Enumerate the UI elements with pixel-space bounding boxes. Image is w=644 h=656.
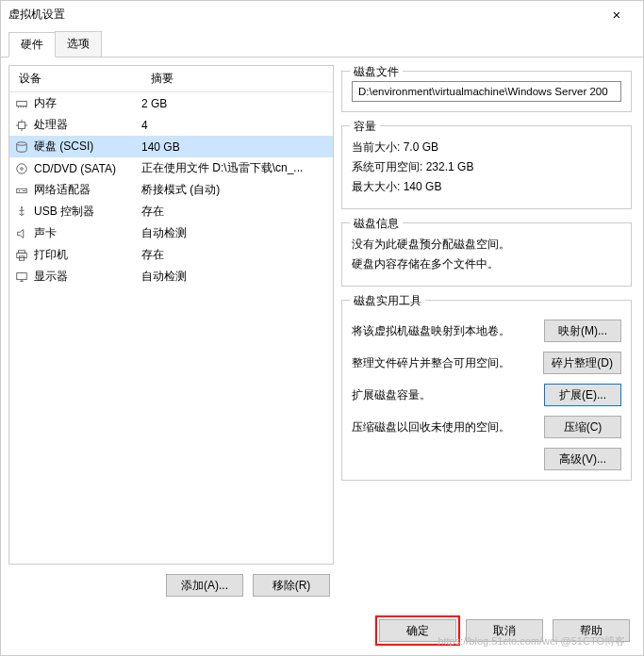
svg-rect-20 (17, 273, 27, 280)
device-row-6[interactable]: 声卡自动检测 (9, 222, 333, 244)
footer: 确定 取消 帮助 (1, 610, 643, 655)
device-row-4[interactable]: 网络适配器桥接模式 (自动) (9, 179, 333, 201)
disk-info-line2: 硬盘内容存储在多个文件中。 (352, 256, 621, 272)
device-summary: 4 (141, 119, 333, 132)
group-title-tools: 磁盘实用工具 (350, 293, 425, 309)
window-title: 虚拟机设置 (8, 7, 598, 23)
cpu-icon (9, 118, 34, 132)
settings-window: 虚拟机设置 × 硬件 选项 设备 摘要 内存2 GB处理器4硬盘 (SCSI)1… (0, 0, 644, 656)
device-summary: 自动检测 (141, 225, 333, 241)
device-name: 内存 (34, 95, 141, 111)
device-name: CD/DVD (SATA) (34, 162, 141, 175)
device-rows: 内存2 GB处理器4硬盘 (SCSI)140 GBCD/DVD (SATA)正在… (9, 92, 333, 287)
group-capacity: 容量 当前大小: 7.0 GB 系统可用空间: 232.1 GB 最大大小: 1… (341, 125, 632, 209)
device-row-7[interactable]: 打印机存在 (9, 244, 333, 266)
device-row-2[interactable]: 硬盘 (SCSI)140 GB (9, 136, 333, 157)
col-summary: 摘要 (141, 66, 333, 91)
device-summary: 自动检测 (141, 269, 333, 285)
tool-expand: 扩展磁盘容量。 扩展(E)... (352, 384, 621, 406)
compact-button[interactable]: 压缩(C) (544, 416, 621, 438)
svg-point-10 (17, 142, 27, 146)
device-name: 显示器 (34, 269, 141, 285)
titlebar: 虚拟机设置 × (1, 1, 643, 27)
tab-hardware[interactable]: 硬件 (8, 32, 56, 57)
group-disk-file: 磁盘文件 D:\environment\virtualmachine\Windo… (341, 71, 632, 112)
tool-map: 将该虚拟机磁盘映射到本地卷。 映射(M)... (352, 320, 621, 342)
usb-icon (9, 205, 34, 219)
display-icon (9, 270, 34, 284)
device-summary: 存在 (141, 247, 333, 263)
col-device: 设备 (9, 66, 141, 91)
printer-icon (9, 248, 34, 262)
device-summary: 140 GB (141, 140, 333, 154)
device-list-header: 设备 摘要 (9, 66, 333, 92)
svg-point-16 (21, 206, 23, 208)
cancel-button[interactable]: 取消 (466, 619, 543, 642)
device-name: 硬盘 (SCSI) (34, 139, 141, 155)
device-summary: 存在 (141, 204, 333, 220)
close-icon[interactable]: × (598, 7, 636, 23)
device-row-5[interactable]: USB 控制器存在 (9, 201, 333, 222)
content-area: 设备 摘要 内存2 GB处理器4硬盘 (SCSI)140 GBCD/DVD (S… (1, 57, 643, 610)
device-summary: 桥接模式 (自动) (141, 182, 333, 198)
remove-button[interactable]: 移除(R) (253, 574, 330, 597)
ok-button[interactable]: 确定 (379, 619, 456, 642)
svg-rect-5 (19, 122, 25, 128)
help-button[interactable]: 帮助 (553, 619, 630, 642)
svg-point-14 (19, 190, 20, 191)
capacity-current: 当前大小: 7.0 GB (352, 139, 621, 156)
tab-options[interactable]: 选项 (55, 31, 102, 57)
tool-defrag: 整理文件碎片并整合可用空间。 碎片整理(D) (352, 352, 621, 374)
defrag-button[interactable]: 碎片整理(D) (543, 352, 621, 374)
map-button[interactable]: 映射(M)... (544, 320, 621, 342)
group-title-disk-file: 磁盘文件 (350, 65, 403, 80)
device-row-3[interactable]: CD/DVD (SATA)正在使用文件 D:\迅雷下载\cn_... (9, 157, 333, 179)
device-row-0[interactable]: 内存2 GB (9, 92, 333, 114)
group-title-capacity: 容量 (350, 119, 380, 135)
svg-rect-18 (17, 253, 27, 257)
disk-icon (9, 139, 34, 154)
left-buttons: 添加(A)... 移除(R) (8, 565, 334, 602)
memory-icon (9, 96, 34, 110)
right-panel: 磁盘文件 D:\environment\virtualmachine\Windo… (341, 65, 636, 602)
disk-file-path[interactable]: D:\environment\virtualmachine\Windows Se… (352, 81, 621, 102)
device-name: 打印机 (34, 247, 141, 263)
tool-advanced-row: 高级(V)... (352, 448, 621, 470)
device-summary: 2 GB (141, 97, 333, 110)
device-summary: 正在使用文件 D:\迅雷下载\cn_... (141, 160, 333, 176)
tool-compact: 压缩磁盘以回收未使用的空间。 压缩(C) (352, 416, 621, 438)
device-row-8[interactable]: 显示器自动检测 (9, 266, 333, 287)
expand-button[interactable]: 扩展(E)... (544, 384, 621, 406)
add-button[interactable]: 添加(A)... (166, 574, 243, 597)
group-tools: 磁盘实用工具 将该虚拟机磁盘映射到本地卷。 映射(M)... 整理文件碎片并整合… (341, 300, 632, 481)
cd-icon (9, 161, 34, 175)
svg-point-12 (21, 168, 24, 171)
group-disk-info: 磁盘信息 没有为此硬盘预分配磁盘空间。 硬盘内容存储在多个文件中。 (341, 222, 632, 287)
capacity-max: 最大大小: 140 GB (352, 179, 621, 195)
device-name: USB 控制器 (34, 204, 141, 220)
svg-point-11 (17, 164, 27, 174)
network-icon (9, 183, 34, 197)
device-name: 处理器 (34, 117, 141, 133)
device-row-1[interactable]: 处理器4 (9, 114, 333, 136)
device-name: 声卡 (34, 225, 141, 241)
disk-info-line1: 没有为此硬盘预分配磁盘空间。 (352, 237, 621, 253)
svg-rect-0 (17, 101, 27, 106)
device-list: 设备 摘要 内存2 GB处理器4硬盘 (SCSI)140 GBCD/DVD (S… (8, 65, 334, 565)
advanced-button[interactable]: 高级(V)... (544, 448, 621, 470)
sound-icon (9, 226, 34, 240)
tab-strip: 硬件 选项 (1, 27, 643, 57)
capacity-free: 系统可用空间: 232.1 GB (352, 159, 621, 175)
left-panel: 设备 摘要 内存2 GB处理器4硬盘 (SCSI)140 GBCD/DVD (S… (8, 65, 334, 602)
group-title-disk-info: 磁盘信息 (350, 216, 403, 232)
device-name: 网络适配器 (34, 182, 141, 198)
